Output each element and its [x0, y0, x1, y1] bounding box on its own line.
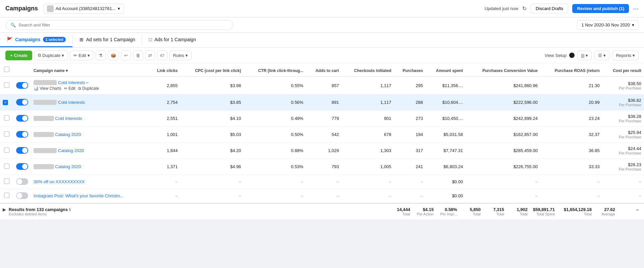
row-checkbox[interactable]: [4, 179, 9, 184]
cell-purchase-roas: –: [540, 189, 602, 203]
rules-button[interactable]: Rules ▾: [169, 51, 192, 60]
footer-lbl-4: Total: [486, 212, 504, 216]
select-all-checkbox[interactable]: [4, 67, 9, 72]
tag-button[interactable]: 🏷: [157, 51, 167, 60]
cell-adds-to-cart: 891: [306, 94, 341, 111]
account-selector[interactable]: Ad Account (3385248132761... ▾: [43, 4, 124, 14]
campaign-name-cell: Instagram Post: What's your favorite Chr…: [31, 189, 148, 203]
row-checkbox[interactable]: [4, 193, 9, 198]
footer-cell-2: 0.58% Per Impr...: [436, 207, 460, 216]
undo-button[interactable]: ↩: [121, 51, 131, 60]
footer-val-4: 7,315: [486, 207, 504, 212]
col-link-clicks: Link clicks: [148, 63, 180, 77]
campaign-name-link[interactable]: Cold Interests ✏: [58, 80, 89, 85]
cell-link-clicks: 2,855: [148, 77, 180, 94]
campaign-name-link[interactable]: Cold Interests: [55, 116, 82, 121]
row-checkbox[interactable]: [4, 147, 9, 153]
reports-button[interactable]: Reports ▾: [612, 51, 639, 60]
cell-purchases-cv: $241,860.96: [466, 77, 540, 94]
cell-adds-to-cart: 793: [306, 159, 341, 175]
breakdown-button[interactable]: ☰ ▾: [594, 51, 609, 60]
footer-val-8: 27.62: [597, 207, 615, 212]
search-bar: 🔍 1 Nov 2020-30 Nov 2020 ▾: [0, 17, 644, 33]
cell-cost-per-result: $38.28Per Purchase: [602, 111, 644, 127]
row-checkbox[interactable]: [4, 131, 9, 137]
footer-cell-8: 27.62 Average: [594, 207, 618, 216]
cell-amount-spent: $11,356....: [426, 77, 466, 94]
footer-cell-5: 1,902 Total: [507, 207, 530, 216]
row-checkbox[interactable]: [4, 82, 9, 88]
more-options-icon[interactable]: ···: [633, 5, 639, 12]
share-button[interactable]: ⇄: [145, 51, 155, 60]
tab-adsets[interactable]: ⊞ Ad sets for 1 Campaign: [73, 33, 142, 47]
date-range-selector[interactable]: 1 Nov 2020-30 Nov 2020 ▾: [577, 20, 639, 30]
campaign-toggle[interactable]: [16, 163, 28, 170]
footer-lbl-8: Average: [597, 212, 615, 216]
campaign-name-cell: XXXXXXXX Cold Interests: [31, 94, 148, 111]
plus-icon: +: [10, 53, 13, 58]
col-cpc: CPC (cost per link click): [180, 63, 244, 77]
row-action-link[interactable]: ⧉ Duplicate: [78, 86, 99, 91]
cell-ctr: 0.56%: [244, 94, 306, 111]
cell-link-clicks: –: [148, 175, 180, 189]
campaign-name-link[interactable]: Catalog 2020: [55, 132, 81, 137]
row-action-link[interactable]: 📊 View Charts: [34, 86, 61, 91]
campaign-toggle[interactable]: [16, 178, 28, 185]
row-checkbox[interactable]: [4, 115, 9, 121]
cell-purchase-roas: 32.37: [540, 127, 602, 143]
refresh-icon[interactable]: ↻: [522, 5, 527, 12]
tab-campaigns[interactable]: 🚩 Campaigns 1 selected: [0, 33, 72, 47]
campaign-toggle[interactable]: [16, 147, 28, 154]
discard-drafts-button[interactable]: Discard Drafts: [531, 4, 568, 13]
row-checkbox[interactable]: ✓: [3, 100, 8, 105]
campaign-toggle[interactable]: [16, 115, 28, 122]
create-button[interactable]: + Create: [5, 51, 32, 60]
campaign-toggle[interactable]: [16, 131, 28, 138]
campaign-name-link[interactable]: Catalog 2020: [55, 164, 81, 169]
cell-cost-per-result: $28.23Per Purchase: [602, 159, 644, 175]
campaign-name-link[interactable]: Catalog 2020: [58, 148, 84, 153]
duplicate-button[interactable]: ⧉ Duplicate ▾: [34, 50, 68, 60]
campaign-toggle[interactable]: [16, 192, 28, 199]
ab-test-button[interactable]: ⚗: [96, 51, 106, 60]
horizontal-scrollbar[interactable]: [0, 219, 644, 222]
review-publish-button[interactable]: Review and publish (1): [572, 4, 629, 13]
duplicate-label: Duplicate: [42, 53, 60, 58]
cell-cost-per-result: $36.82Per Purchase: [602, 94, 644, 111]
delete-button[interactable]: 🗑: [133, 51, 143, 60]
row-action-link[interactable]: ✏ Edit: [64, 86, 75, 91]
cell-purchases-cv: $285,459.00: [466, 143, 540, 159]
edit-button[interactable]: ✏ Edit ▾: [70, 51, 93, 60]
footer-sublabel: Excludes deleted items: [9, 212, 76, 216]
row-checkbox[interactable]: [4, 163, 9, 169]
cell-link-clicks: 1,844: [148, 143, 180, 159]
footer-lbl-6: Total Spent: [533, 212, 555, 216]
footer-val-1: $4.15: [416, 207, 434, 212]
cost-per-label: Per Purchase: [605, 103, 641, 107]
campaign-name-link[interactable]: 30% off on XXXXXXXXXX: [34, 179, 85, 184]
campaign-name-prefix-blurred: XXXXXXX: [34, 164, 54, 169]
cell-checkouts: 1,117: [341, 77, 394, 94]
search-input[interactable]: [18, 22, 228, 27]
table-row: XXXXXXX Catalog 20201,001$5.030.50%54267…: [0, 127, 644, 143]
view-setup-toggle[interactable]: [569, 53, 575, 58]
toolbar-right: View Setup ||| ▾ ☰ ▾ Reports ▾: [545, 51, 639, 60]
tab-ads[interactable]: □ Ads for 1 Campaign: [142, 33, 203, 47]
footer-expand-icon[interactable]: ▶: [3, 207, 6, 212]
table-row: XXXXXXXX Cold Interests ✏📊 View Charts✏ …: [0, 77, 644, 94]
edit-campaign-icon[interactable]: ✏: [85, 81, 89, 85]
cell-cost-per-result: –: [602, 175, 644, 189]
campaign-toggle[interactable]: [16, 82, 28, 89]
cell-link-clicks: 2,551: [148, 111, 180, 127]
cell-cpc: –: [180, 189, 244, 203]
cell-cpc: $4.96: [180, 159, 244, 175]
footer-lbl-5: Total: [509, 212, 528, 216]
campaign-toggle[interactable]: [16, 99, 28, 106]
archive-button[interactable]: 📦: [108, 51, 119, 60]
campaign-name-link[interactable]: Instagram Post: What's your favorite Chr…: [34, 193, 123, 198]
columns-button[interactable]: ||| ▾: [577, 51, 592, 60]
campaign-name-prefix-blurred: XXXXXXXX: [34, 80, 57, 85]
account-name: Ad Account (3385248132761...: [56, 6, 116, 11]
campaign-name-link[interactable]: Cold Interests: [58, 100, 85, 105]
campaign-name-prefix-blurred: XXXXXXX: [34, 132, 54, 137]
